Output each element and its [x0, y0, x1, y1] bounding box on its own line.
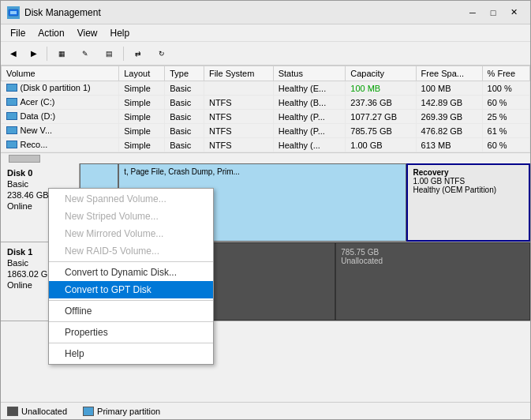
legend-unallocated: Unallocated [7, 407, 67, 416]
disk1-partition-unalloc2[interactable]: 785.75 GB Unallocated [335, 242, 530, 321]
menu-action[interactable]: Action [32, 26, 70, 40]
ctx-new-spanned[interactable]: New Spanned Volume... [49, 190, 213, 208]
cell-fs [204, 81, 273, 96]
toolbar-btn-3[interactable]: ▤ [98, 45, 120, 62]
legend-unallocated-label: Unallocated [21, 407, 67, 416]
cell-free: 269.39 GB [416, 110, 482, 124]
ctx-convert-dynamic[interactable]: Convert to Dynamic Disk... [49, 264, 213, 281]
back-button[interactable]: ◀ [4, 45, 23, 62]
cell-pct: 60 % [482, 138, 529, 152]
cell-pct: 61 % [482, 124, 529, 138]
toolbar-btn-5[interactable]: ↻ [151, 45, 173, 62]
recovery-size: 1.00 GB NTFS [413, 177, 524, 186]
cell-capacity: 785.75 GB [346, 124, 416, 138]
svg-rect-1 [10, 11, 17, 14]
toolbar-separator-2 [123, 47, 124, 61]
menu-help[interactable]: Help [104, 26, 136, 40]
toolbar-btn-2[interactable]: ✎ [74, 45, 96, 62]
legend-primary-box [83, 407, 94, 416]
disk-management-window: Disk Management ─ □ ✕ File Action View H… [0, 0, 531, 420]
cell-type: Basic [165, 124, 204, 138]
disk1-unalloc2-label: Unallocated [341, 257, 525, 265]
cell-layout: Simple [119, 124, 165, 138]
menu-bar: File Action View Help [1, 24, 530, 42]
col-type[interactable]: Type [165, 66, 204, 81]
ctx-convert-gpt[interactable]: Convert to GPT Disk [49, 281, 213, 298]
cell-free: 100 MB [416, 81, 482, 96]
forward-button[interactable]: ▶ [24, 45, 43, 62]
cell-layout: Simple [119, 81, 165, 96]
col-pctfree[interactable]: % Free [482, 66, 529, 81]
cell-status: Healthy (... [273, 138, 346, 152]
col-status[interactable]: Status [273, 66, 346, 81]
cell-fs: NTFS [204, 138, 273, 152]
legend-primary-label: Primary partition [97, 407, 160, 416]
table-row[interactable]: Reco... Simple Basic NTFS Healthy (... 1… [2, 138, 530, 152]
cell-free: 142.89 GB [416, 96, 482, 110]
ctx-help[interactable]: Help [49, 345, 213, 362]
toolbar-btn-1[interactable]: ▦ [50, 45, 73, 62]
disk0-name: Disk 0 [7, 168, 73, 178]
table-row[interactable]: (Disk 0 partition 1) Simple Basic Health… [2, 81, 530, 96]
ctx-new-raid5[interactable]: New RAID-5 Volume... [49, 242, 213, 260]
disk1-unalloc2-size: 785.75 GB [341, 248, 525, 257]
recovery-label: Recovery [413, 168, 524, 177]
cell-pct: 25 % [482, 110, 529, 124]
cell-type: Basic [165, 81, 204, 96]
cell-pct: 100 % [482, 81, 529, 96]
col-capacity[interactable]: Capacity [346, 66, 416, 81]
main-content: Volume Layout Type File System Status Ca… [1, 66, 530, 402]
cell-status: Healthy (B... [273, 96, 346, 110]
toolbar: ◀ ▶ ▦ ✎ ▤ ⇄ ↻ [1, 42, 530, 66]
table-area: Volume Layout Type File System Status Ca… [1, 66, 530, 152]
window-title: Disk Management [24, 7, 101, 18]
ctx-offline[interactable]: Offline [49, 302, 213, 320]
table-row[interactable]: New V... Simple Basic NTFS Healthy (P...… [2, 124, 530, 138]
cell-type: Basic [165, 96, 204, 110]
ctx-new-striped[interactable]: New Striped Volume... [49, 208, 213, 225]
volume-table: Volume Layout Type File System Status Ca… [1, 66, 530, 152]
ctx-new-mirrored[interactable]: New Mirrored Volume... [49, 225, 213, 242]
col-freespace[interactable]: Free Spa... [416, 66, 482, 81]
cell-capacity: 100 MB [346, 81, 416, 96]
table-row[interactable]: Acer (C:) Simple Basic NTFS Healthy (B..… [2, 96, 530, 110]
recovery-status: Healthy (OEM Partition) [413, 186, 524, 194]
col-volume[interactable]: Volume [2, 66, 119, 81]
table-row[interactable]: Data (D:) Simple Basic NTFS Healthy (P..… [2, 110, 530, 124]
cell-type: Basic [165, 110, 204, 124]
disk0-partition-recovery[interactable]: Recovery 1.00 GB NTFS Healthy (OEM Parti… [406, 163, 530, 242]
ctx-separator-2 [49, 300, 213, 301]
cell-volume: New V... [2, 124, 119, 138]
cell-pct: 60 % [482, 96, 529, 110]
col-layout[interactable]: Layout [119, 66, 165, 81]
cell-volume: (Disk 0 partition 1) [2, 81, 119, 96]
cell-free: 613 MB [416, 138, 482, 152]
table-scrollbar[interactable] [1, 152, 530, 163]
cell-capacity: 1.00 GB [346, 138, 416, 152]
context-menu: New Spanned Volume... New Striped Volume… [48, 188, 214, 365]
window-controls: ─ □ ✕ [462, 5, 524, 21]
ctx-separator-3 [49, 321, 213, 322]
ctx-properties[interactable]: Properties [49, 324, 213, 341]
toolbar-btn-4[interactable]: ⇄ [127, 45, 149, 62]
disk0-partition-main-desc: t, Page File, Crash Dump, Prim... [124, 167, 401, 176]
menu-file[interactable]: File [4, 26, 32, 40]
maximize-button[interactable]: □ [483, 5, 503, 21]
cell-volume: Acer (C:) [2, 96, 119, 110]
cell-fs: NTFS [204, 110, 273, 124]
toolbar-separator-1 [47, 47, 47, 61]
close-button[interactable]: ✕ [503, 5, 524, 21]
ctx-separator-4 [49, 343, 213, 343]
scrollbar-thumb[interactable] [9, 155, 40, 163]
cell-free: 476.82 GB [416, 124, 482, 138]
cell-volume: Data (D:) [2, 110, 119, 124]
cell-type: Basic [165, 138, 204, 152]
col-filesystem[interactable]: File System [204, 66, 273, 81]
cell-layout: Simple [119, 110, 165, 124]
minimize-button[interactable]: ─ [462, 5, 483, 21]
legend-primary: Primary partition [83, 407, 160, 416]
menu-view[interactable]: View [71, 26, 104, 40]
cell-status: Healthy (P... [273, 124, 346, 138]
cell-fs: NTFS [204, 124, 273, 138]
app-icon [7, 6, 20, 19]
